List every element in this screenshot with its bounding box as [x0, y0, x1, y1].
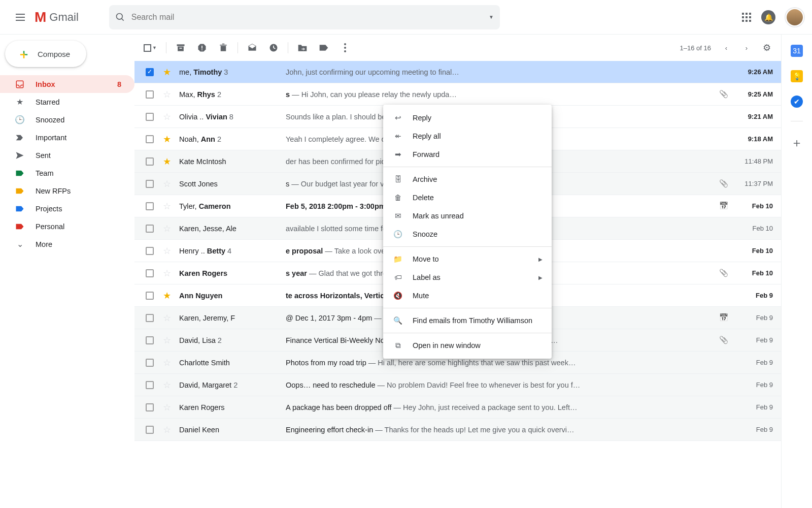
star-icon[interactable]: ☆	[163, 312, 172, 324]
star-icon[interactable]: ★	[163, 134, 172, 145]
search-icon: 🔍	[392, 316, 403, 325]
more-actions-icon[interactable]	[340, 43, 350, 53]
row-checkbox[interactable]	[146, 157, 154, 166]
thread-time: Feb 9	[733, 359, 773, 366]
row-checkbox[interactable]	[146, 90, 154, 99]
row-checkbox[interactable]	[146, 68, 154, 76]
sidebar-item-inbox[interactable]: Inbox8	[0, 75, 134, 93]
labels-icon[interactable]	[319, 43, 329, 53]
sidebar-item-important[interactable]: Important	[0, 129, 134, 146]
tasks-addon-icon[interactable]: ✔	[791, 96, 803, 108]
submenu-arrow-icon: ▶	[538, 257, 543, 262]
search-options-dropdown-icon[interactable]: ▼	[489, 14, 494, 20]
sidebar-item-starred[interactable]: ★Starred	[0, 93, 134, 111]
gmail-logo[interactable]: M Gmail	[35, 9, 79, 25]
ctx-open-window[interactable]: ⧉Open in new window	[383, 336, 552, 355]
calendar-addon-icon[interactable]: 31	[791, 45, 803, 57]
star-icon[interactable]: ☆	[163, 178, 172, 189]
ctx-move-to[interactable]: 📁Move to▶	[383, 250, 552, 268]
star-icon[interactable]: ☆	[163, 379, 172, 391]
search-bar[interactable]: ▼	[109, 5, 500, 29]
settings-gear-icon[interactable]: ⚙	[762, 43, 772, 53]
star-icon[interactable]: ☆	[163, 245, 172, 257]
ctx-archive[interactable]: 🗄Archive	[383, 170, 552, 188]
notifications-icon[interactable]: 🔔	[761, 10, 775, 24]
star-icon[interactable]: ☆	[163, 201, 172, 212]
ctx-label-as[interactable]: 🏷Label as▶	[383, 268, 552, 287]
star-icon[interactable]: ☆	[163, 111, 172, 122]
row-checkbox[interactable]	[146, 225, 154, 233]
sidebar-item-label: Projects	[36, 205, 62, 213]
main-menu-button[interactable]	[8, 5, 32, 29]
sidebar-item-new-rfps[interactable]: New RFPs	[0, 182, 134, 200]
row-checkbox[interactable]	[146, 292, 154, 300]
row-checkbox[interactable]	[146, 269, 154, 277]
delete-icon[interactable]	[218, 43, 228, 53]
report-spam-icon[interactable]	[197, 43, 207, 53]
compose-button[interactable]: ＋ Compose	[5, 41, 86, 67]
star-icon[interactable]: ☆	[163, 335, 172, 346]
star-icon[interactable]: ★	[163, 67, 172, 78]
star-icon[interactable]: ☆	[163, 223, 172, 234]
plus-icon: ＋	[17, 47, 30, 60]
prev-page-icon[interactable]: ‹	[721, 43, 731, 53]
thread-row[interactable]: ☆Max, Rhys2s — Hi John, can you please r…	[134, 83, 781, 106]
ctx-reply-all[interactable]: ↞Reply all	[383, 127, 552, 145]
star-icon[interactable]: ☆	[163, 268, 172, 279]
thread-row[interactable]: ★me, Timothy3John, just confirming our u…	[134, 61, 781, 83]
row-checkbox[interactable]	[146, 359, 154, 367]
star-icon[interactable]: ★	[163, 290, 172, 301]
row-checkbox[interactable]	[146, 113, 154, 121]
thread-row[interactable]: ☆David, Margaret2Oops… need to reschedul…	[134, 374, 781, 396]
row-checkbox[interactable]	[146, 381, 154, 389]
ctx-reply[interactable]: ↩Reply	[383, 109, 552, 127]
sidebar-item-team[interactable]: Team	[0, 164, 134, 182]
star-icon[interactable]: ☆	[163, 357, 172, 368]
row-checkbox[interactable]	[146, 180, 154, 188]
move-to-icon[interactable]	[297, 43, 308, 53]
sidebar-item-label: Important	[36, 134, 66, 142]
sidebar-item-personal[interactable]: Personal	[0, 217, 134, 235]
star-icon[interactable]: ☆	[163, 402, 172, 413]
ctx-find-from[interactable]: 🔍Find emails from Timothy Williamson	[383, 311, 552, 330]
ctx-mark-unread[interactable]: ✉Mark as unread	[383, 207, 552, 225]
row-checkbox[interactable]	[146, 336, 154, 344]
thread-senders: Karen, Jesse, Ale	[179, 225, 286, 233]
star-icon[interactable]: ★	[163, 156, 172, 167]
sidebar-item-projects[interactable]: Projects	[0, 200, 134, 217]
ctx-snooze[interactable]: 🕒Snooze	[383, 225, 552, 243]
sidebar-item-label: Starred	[36, 98, 60, 106]
account-avatar[interactable]	[786, 8, 804, 26]
ctx-delete[interactable]: 🗑Delete	[383, 188, 552, 207]
svg-point-13	[344, 43, 346, 45]
search-icon	[115, 12, 125, 22]
ctx-mute[interactable]: 🔇Mute	[383, 287, 552, 305]
sidebar-item-snoozed[interactable]: 🕒Snoozed	[0, 111, 134, 129]
get-addons-icon[interactable]: ＋	[791, 135, 803, 151]
archive-icon[interactable]	[176, 43, 186, 53]
row-checkbox[interactable]	[146, 202, 154, 210]
mark-read-icon[interactable]	[247, 43, 257, 53]
row-checkbox[interactable]	[146, 314, 154, 322]
sidebar-item-more[interactable]: ⌄More	[0, 235, 134, 253]
row-checkbox[interactable]	[146, 247, 154, 255]
snooze-icon[interactable]	[268, 43, 279, 53]
row-checkbox[interactable]	[146, 403, 154, 411]
row-checkbox[interactable]	[146, 135, 154, 143]
next-page-icon[interactable]: ›	[741, 43, 752, 53]
sidebar-item-label: Team	[36, 169, 53, 177]
star-icon[interactable]: ☆	[163, 424, 172, 435]
select-all-control[interactable]: ▼	[144, 44, 157, 52]
star-icon[interactable]: ☆	[163, 89, 172, 100]
thread-row[interactable]: ☆Karen RogersA package has been dropped …	[134, 396, 781, 419]
search-input[interactable]	[131, 13, 489, 22]
sidebar-item-sent[interactable]: Sent	[0, 146, 134, 164]
thread-time: Feb 10	[733, 225, 773, 232]
ctx-forward[interactable]: ➡Forward	[383, 145, 552, 164]
svg-point-0	[116, 13, 122, 19]
google-apps-icon[interactable]	[742, 13, 751, 22]
svg-rect-2	[16, 81, 23, 88]
keep-addon-icon[interactable]: 💡	[791, 70, 803, 82]
row-checkbox[interactable]	[146, 426, 154, 434]
thread-row[interactable]: ☆Daniel KeenEngineering effort check-in …	[134, 419, 781, 441]
